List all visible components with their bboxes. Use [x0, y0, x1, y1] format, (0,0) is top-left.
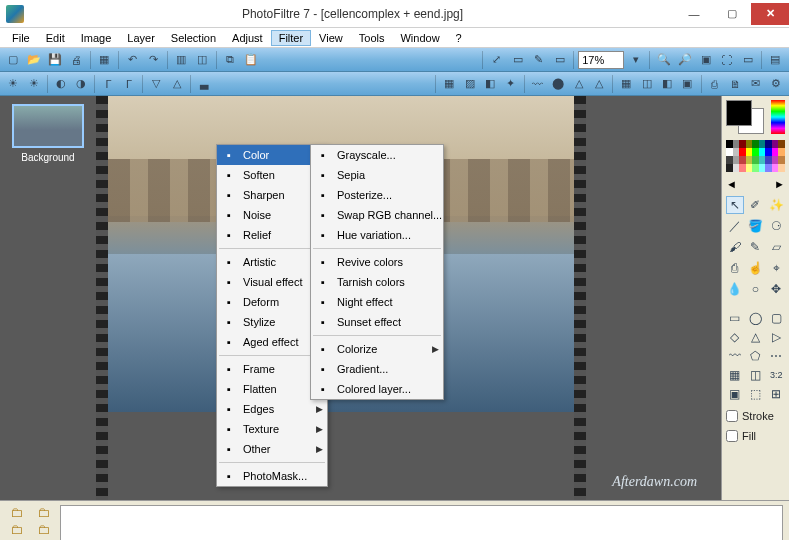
eraser-tool[interactable]: ▱ — [767, 238, 785, 256]
menu-item-sunset-effect[interactable]: ▪Sunset effect — [311, 312, 443, 332]
foreground-color[interactable] — [726, 100, 752, 126]
zoomout-icon[interactable]: 🔎 — [675, 50, 694, 70]
brush-icon[interactable]: ✎ — [529, 50, 548, 70]
layer-btn-2[interactable]: 🗀 — [31, 505, 56, 520]
histogram-icon[interactable]: ▃ — [195, 74, 213, 94]
menu-adjust[interactable]: Adjust — [224, 30, 271, 46]
soften-icon[interactable]: 〰 — [529, 74, 547, 94]
grid2-icon[interactable]: ◫ — [747, 367, 765, 383]
brush-tool[interactable]: 🖌 — [726, 238, 744, 256]
menu-?[interactable]: ? — [448, 30, 470, 46]
stamp-tool[interactable]: ⎙ — [726, 259, 744, 277]
menu-item-other[interactable]: ▪Other▶ — [217, 439, 327, 459]
palette-swatch[interactable] — [778, 164, 785, 172]
relief-icon[interactable]: △ — [590, 74, 608, 94]
spray-tool[interactable]: ⚆ — [767, 217, 785, 235]
new-icon[interactable]: ▢ — [4, 50, 23, 70]
explorer-area[interactable] — [60, 505, 783, 540]
bright-plus-icon[interactable]: ☀ — [24, 74, 42, 94]
palette-swatch[interactable] — [778, 140, 785, 148]
redo-icon[interactable]: ↷ — [144, 50, 163, 70]
bright-minus-icon[interactable]: ☀ — [4, 74, 22, 94]
lasso-shape-icon[interactable]: 〰 — [726, 348, 744, 364]
smudge-tool[interactable]: ☝ — [747, 259, 765, 277]
contrast-minus-icon[interactable]: ◐ — [52, 74, 70, 94]
close-button[interactable]: ✕ — [751, 3, 789, 25]
spectrum-icon[interactable] — [771, 100, 785, 134]
color-palette[interactable] — [726, 140, 785, 172]
menu-item-tarnish-colors[interactable]: ▪Tarnish colors — [311, 272, 443, 292]
sepia-icon[interactable]: ▨ — [461, 74, 479, 94]
menu-item-edges[interactable]: ▪Edges▶ — [217, 399, 327, 419]
menu-item-revive-colors[interactable]: ▪Revive colors — [311, 252, 443, 272]
menu-layer[interactable]: Layer — [119, 30, 163, 46]
layer-btn-4[interactable]: 🗀 — [31, 522, 56, 537]
menu-selection[interactable]: Selection — [163, 30, 224, 46]
explorer-icon[interactable]: ▤ — [766, 50, 785, 70]
menu-item-night-effect[interactable]: ▪Night effect — [311, 292, 443, 312]
stroke-checkbox[interactable] — [726, 410, 738, 422]
module3-icon[interactable]: ✉ — [746, 74, 764, 94]
palette-swatch[interactable] — [778, 148, 785, 156]
fullscreen-icon[interactable]: ⛶ — [717, 50, 736, 70]
sharpen-icon[interactable]: △ — [569, 74, 587, 94]
variation-icon[interactable]: ◫ — [637, 74, 655, 94]
menu-filter[interactable]: Filter — [271, 30, 311, 46]
autozoom-icon[interactable]: ▭ — [738, 50, 757, 70]
ellipse-shape-icon[interactable]: ◯ — [747, 310, 765, 326]
resize-icon[interactable]: ⤢ — [487, 50, 506, 70]
palette-next-icon[interactable]: ► — [774, 178, 785, 190]
canvas-icon[interactable]: ▭ — [508, 50, 527, 70]
poly-shape-icon[interactable]: ⬠ — [747, 348, 765, 364]
menu-image[interactable]: Image — [73, 30, 120, 46]
wand-tool[interactable]: ✨ — [767, 196, 785, 214]
rgb-icon[interactable]: ▥ — [172, 50, 191, 70]
menu-item-sepia[interactable]: ▪Sepia — [311, 165, 443, 185]
contrast-plus-icon[interactable]: ◑ — [72, 74, 90, 94]
color-tool-icon[interactable]: ▦ — [617, 74, 635, 94]
line-tool[interactable]: ／ — [726, 217, 744, 235]
grid1-icon[interactable]: ▦ — [726, 367, 744, 383]
zoomin-icon[interactable]: 🔍 — [654, 50, 673, 70]
undo-icon[interactable]: ↶ — [123, 50, 142, 70]
layer-btn-3[interactable]: 🗀 — [4, 522, 29, 537]
transform-icon[interactable]: ⬚ — [747, 386, 765, 402]
more-shape-icon[interactable]: ⋯ — [767, 348, 785, 364]
blur-icon[interactable]: ⬤ — [549, 74, 567, 94]
move-tool[interactable]: ✥ — [767, 280, 785, 298]
advbrush-tool[interactable]: ✎ — [747, 238, 765, 256]
triangle2-shape-icon[interactable]: ▷ — [767, 329, 785, 345]
diamond-shape-icon[interactable]: ◇ — [726, 329, 744, 345]
module2-icon[interactable]: 🗎 — [726, 74, 744, 94]
copy-icon[interactable]: ⧉ — [221, 50, 240, 70]
palette-swatch[interactable] — [778, 156, 785, 164]
gradient-tool-icon[interactable]: ◧ — [658, 74, 676, 94]
menu-edit[interactable]: Edit — [38, 30, 73, 46]
pipette-tool[interactable]: ✐ — [747, 196, 765, 214]
menu-item-gradient-[interactable]: ▪Gradient... — [311, 359, 443, 379]
grayscale-icon[interactable]: ▦ — [440, 74, 458, 94]
sat-minus-icon[interactable]: ▽ — [147, 74, 165, 94]
color-submenu[interactable]: ▪Grayscale...▪Sepia▪Posterize...▪Swap RG… — [310, 144, 444, 400]
layer-thumbnail[interactable] — [12, 104, 84, 148]
menu-item-swap-rgb-channel-[interactable]: ▪Swap RGB channel... — [311, 205, 443, 225]
menu-item-hue-variation-[interactable]: ▪Hue variation... — [311, 225, 443, 245]
dust-icon[interactable]: ✦ — [501, 74, 519, 94]
scanner-icon[interactable]: ▦ — [95, 50, 114, 70]
menu-view[interactable]: View — [311, 30, 351, 46]
triangle-shape-icon[interactable]: △ — [747, 329, 765, 345]
maximize-button[interactable]: ▢ — [713, 3, 751, 25]
menu-item-photomask-[interactable]: ▪PhotoMask... — [217, 466, 327, 486]
zoom-input[interactable] — [578, 51, 624, 69]
rect-shape-icon[interactable]: ▭ — [726, 310, 744, 326]
module1-icon[interactable]: ⎙ — [706, 74, 724, 94]
menu-tools[interactable]: Tools — [351, 30, 393, 46]
module4-icon[interactable]: ⚙ — [767, 74, 785, 94]
pointer-tool[interactable]: ↖ — [726, 196, 744, 214]
handles-icon[interactable]: ⊞ — [767, 386, 785, 402]
ratio-icon[interactable]: 3:2 — [767, 367, 785, 383]
menu-item-colored-layer-[interactable]: ▪Colored layer... — [311, 379, 443, 399]
zoom-drop-icon[interactable]: ▾ — [626, 50, 645, 70]
color-swatch[interactable] — [726, 100, 785, 134]
roundrect-shape-icon[interactable]: ▢ — [767, 310, 785, 326]
